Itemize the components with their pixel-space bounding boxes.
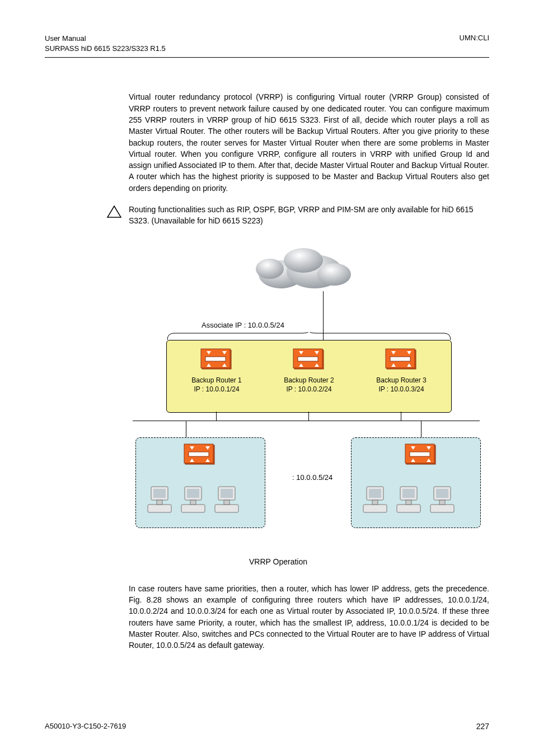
connector-line: [421, 421, 421, 437]
pc-icon: [396, 484, 423, 515]
warning-triangle-icon: [106, 205, 122, 220]
pc-icon: [180, 484, 207, 515]
svg-rect-64: [439, 500, 445, 505]
svg-rect-48: [190, 500, 196, 505]
svg-point-3: [284, 248, 323, 273]
header-line1: User Manual: [45, 34, 166, 44]
router-3-name: Backup Router 3: [365, 376, 438, 385]
bus-line: [133, 421, 480, 421]
header-right: UMN:CLI: [460, 34, 489, 54]
vrrp-diagram: Associate IP : 10.0.0.5/24: [152, 238, 466, 552]
router-1-ip: IP : 10.0.0.1/24: [180, 385, 253, 394]
router-3-ip: IP : 10.0.0.3/24: [365, 385, 438, 394]
network-cloud-icon: [247, 238, 359, 294]
svg-rect-29: [189, 452, 209, 456]
bracket-top-icon: [166, 332, 452, 340]
figure-caption: VRRP Operation: [67, 557, 489, 566]
connector-line: [308, 412, 309, 421]
backup-router-3: Backup Router 3 IP : 10.0.0.3/24: [365, 346, 438, 394]
backup-router-1: Backup Router 1 IP : 10.0.0.1/24: [180, 346, 253, 394]
svg-rect-63: [430, 505, 454, 512]
router-icon: [200, 346, 233, 372]
svg-rect-51: [215, 505, 238, 512]
switch-icon-right: [404, 441, 438, 468]
svg-rect-8: [205, 357, 226, 361]
svg-rect-56: [372, 500, 378, 505]
svg-marker-0: [107, 206, 121, 217]
svg-rect-59: [397, 505, 420, 512]
svg-rect-47: [181, 505, 205, 512]
router-2-name: Backup Router 2: [273, 376, 345, 385]
svg-rect-42: [153, 489, 166, 498]
svg-rect-22: [390, 357, 410, 361]
warning-note: Routing functionalities such as RIP, OSP…: [106, 204, 489, 227]
svg-rect-55: [363, 505, 387, 512]
header-left: User Manual SURPASS hiD 6615 S223/S323 R…: [45, 34, 166, 54]
pc-icon: [147, 484, 174, 515]
router-2-ip: IP : 10.0.0.2/24: [273, 385, 345, 394]
svg-rect-52: [224, 500, 229, 505]
router-icon: [385, 346, 418, 372]
svg-rect-54: [369, 489, 381, 498]
router-icon: [292, 346, 326, 372]
paragraph-explain: In case routers have same priorities, th…: [129, 583, 489, 651]
pc-group-left: [147, 484, 241, 515]
pc-icon: [429, 484, 456, 515]
switch-icon-left: [183, 441, 217, 468]
page-footer: A50010-Y3-C150-2-7619 227: [45, 722, 489, 731]
backup-router-2: Backup Router 2 IP : 10.0.0.2/24: [273, 346, 345, 394]
pc-icon: [214, 484, 241, 515]
svg-rect-50: [221, 489, 233, 498]
associate-ip-label: Associate IP : 10.0.0.5/24: [202, 321, 284, 329]
connector-line: [216, 412, 217, 421]
page-container: User Manual SURPASS hiD 6615 S223/S323 R…: [0, 0, 534, 756]
svg-rect-43: [148, 505, 171, 512]
footer-docid: A50010-Y3-C150-2-7619: [45, 722, 126, 731]
svg-rect-62: [436, 489, 448, 498]
svg-point-5: [256, 259, 284, 279]
svg-point-4: [317, 263, 351, 286]
router-1-name: Backup Router 1: [180, 376, 253, 385]
page-header: User Manual SURPASS hiD 6615 S223/S323 R…: [45, 34, 489, 58]
connector-line: [186, 421, 186, 437]
svg-rect-58: [402, 489, 415, 498]
header-line2: SURPASS hiD 6615 S223/S323 R1.5: [45, 44, 166, 54]
svg-rect-15: [298, 357, 318, 361]
middle-ip-label: : 10.0.0.5/24: [292, 473, 332, 482]
pc-group-right: [362, 484, 456, 515]
svg-rect-60: [406, 500, 411, 505]
content-area: Virtual router redundancy protocol (VRRP…: [129, 91, 489, 651]
connector-line: [401, 412, 401, 421]
svg-rect-46: [187, 489, 199, 498]
paragraph-intro: Virtual router redundancy protocol (VRRP…: [129, 91, 489, 194]
svg-rect-44: [157, 500, 162, 505]
footer-pagenum: 227: [476, 722, 489, 731]
svg-rect-36: [410, 452, 430, 456]
warning-text: Routing functionalities such as RIP, OSP…: [129, 204, 489, 227]
pc-icon: [362, 484, 389, 515]
